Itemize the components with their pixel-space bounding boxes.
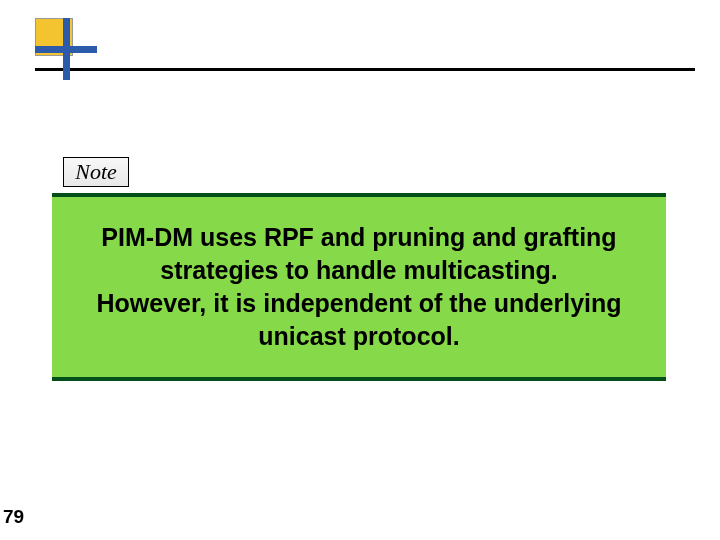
content-band: PIM-DM uses RPF and pruning and grafting… — [52, 193, 666, 381]
body-text: PIM-DM uses RPF and pruning and grafting… — [80, 221, 638, 353]
page-number: 79 — [3, 506, 24, 528]
horizontal-rule — [35, 68, 695, 71]
header-decoration — [35, 18, 695, 78]
note-label: Note — [75, 159, 117, 185]
note-box: Note — [63, 157, 129, 187]
blue-cross-vertical — [63, 18, 70, 80]
